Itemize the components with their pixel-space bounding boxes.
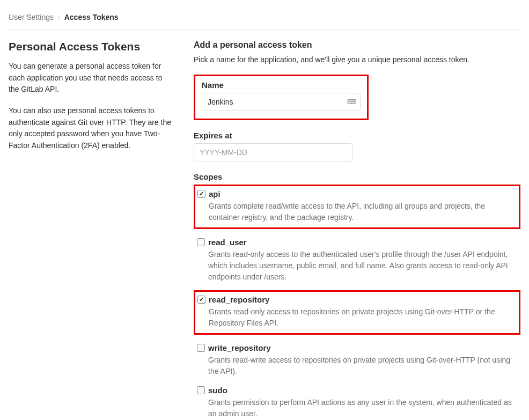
scope-name-api: api [209,189,221,198]
chevron-right-icon: › [58,14,60,20]
scope-row-read_repository: read_repositoryGrants read-only access t… [194,290,520,335]
scope-row-write_repository: write_repositoryGrants read-write access… [194,342,520,382]
page-title: Personal Access Tokens [9,40,172,53]
name-input[interactable] [202,93,361,111]
scope-checkbox-api[interactable] [197,190,205,198]
scope-name-sudo: sudo [208,386,227,395]
sidebar: Personal Access Tokens You can generate … [9,40,172,420]
content: Add a personal access token Pick a name … [194,40,520,420]
scope-row-api: apiGrants complete read/write access to … [194,185,520,229]
form-heading: Add a personal access token [194,40,520,50]
scope-name-read_user: read_user [208,238,247,247]
scope-checkbox-write_repository[interactable] [197,344,205,352]
scope-desc-read_repository: Grants read-only access to repositories … [209,306,517,329]
scopes-label: Scopes [194,172,520,181]
scope-name-write_repository: write_repository [208,343,271,352]
scope-checkbox-read_repository[interactable] [197,296,205,304]
scope-name-read_repository: read_repository [209,295,269,304]
scope-checkbox-read_user[interactable] [197,238,205,246]
breadcrumb-current: Access Tokens [64,13,119,21]
scope-row-read_user: read_userGrants read-only access to the … [194,237,520,288]
scope-desc-api: Grants complete read/write access to the… [209,201,517,223]
breadcrumb: User Settings › Access Tokens [9,9,520,30]
form-subheading: Pick a name for the application, and we'… [194,55,520,64]
sidebar-paragraph-1: You can generate a personal access token… [9,61,172,95]
scope-desc-read_user: Grants read-only access to the authentic… [208,249,517,283]
sidebar-paragraph-2: You can also use personal access tokens … [9,105,172,152]
scope-row-sudo: sudoGrants permission to perform API act… [194,385,520,420]
name-field-highlight: Name ⌨ [194,75,369,120]
expires-label: Expires at [194,131,520,140]
scope-checkbox-sudo[interactable] [197,386,205,394]
scope-desc-sudo: Grants permission to perform API actions… [208,397,517,419]
breadcrumb-parent[interactable]: User Settings [9,13,54,21]
name-label: Name [202,80,361,90]
scope-desc-write_repository: Grants read-write access to repositories… [208,355,517,377]
expires-input[interactable] [194,143,352,161]
